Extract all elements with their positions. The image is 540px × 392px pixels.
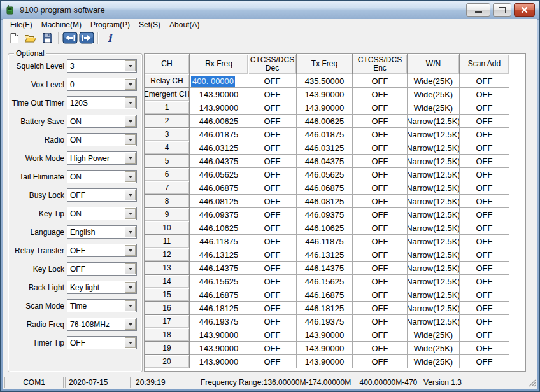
cell-rx[interactable]: 446.16875 [190, 288, 248, 302]
cell-dec[interactable]: OFF [248, 288, 297, 302]
cell-dec[interactable]: OFF [248, 115, 297, 128]
row-header[interactable]: 5 [145, 155, 190, 168]
cell-wn[interactable]: Narrow(12.5K) [408, 181, 460, 195]
column-header-scan[interactable]: Scan Add [460, 54, 509, 74]
cell-rx[interactable]: 446.03125 [190, 141, 248, 155]
read-from-radio-button[interactable] [62, 31, 78, 45]
chevron-down-icon[interactable] [125, 97, 136, 108]
dropdown[interactable]: 0 [67, 78, 137, 91]
chevron-down-icon[interactable] [125, 190, 136, 200]
cell-wn[interactable]: Narrow(12.5K) [408, 208, 460, 221]
dropdown[interactable]: ON [67, 115, 137, 128]
save-button[interactable] [39, 31, 55, 45]
cell-enc[interactable]: OFF [353, 74, 408, 88]
maximize-button[interactable] [493, 3, 511, 17]
cell-tx[interactable]: 446.13125 [297, 248, 353, 262]
row-header[interactable]: 3 [145, 128, 190, 141]
row-header[interactable]: 20 [145, 355, 190, 368]
cell-wn[interactable]: Wide(25K) [408, 342, 460, 355]
cell-scan[interactable]: OFF [460, 195, 509, 208]
cell-tx[interactable]: 446.05625 [297, 168, 353, 181]
cell-wn[interactable]: Narrow(12.5K) [408, 168, 460, 181]
column-header-tx[interactable]: Tx Freq [297, 54, 353, 74]
cell-dec[interactable]: OFF [248, 342, 297, 355]
row-header[interactable]: Emergent CH [145, 88, 190, 101]
cell-dec[interactable]: OFF [248, 128, 297, 141]
cell-tx[interactable]: 446.04375 [297, 155, 353, 168]
cell-tx[interactable]: 446.15625 [297, 275, 353, 288]
row-header[interactable]: 19 [145, 342, 190, 355]
cell-enc[interactable]: OFF [353, 355, 408, 368]
cell-wn[interactable]: Narrow(12.5K) [408, 275, 460, 288]
cell-wn[interactable]: Narrow(12.5K) [408, 288, 460, 302]
cell-rx[interactable]: 446.09375 [190, 208, 248, 221]
dropdown[interactable]: 120S [67, 96, 137, 109]
chevron-down-icon[interactable] [125, 171, 136, 182]
cell-enc[interactable]: OFF [353, 195, 408, 208]
menu-file[interactable]: File(F) [6, 20, 37, 30]
cell-enc[interactable]: OFF [353, 328, 408, 342]
cell-tx[interactable]: 143.90000 [297, 101, 353, 115]
cell-dec[interactable]: OFF [248, 155, 297, 168]
menu-about[interactable]: About(A) [165, 20, 204, 30]
cell-scan[interactable]: OFF [460, 115, 509, 128]
cell-tx[interactable]: 446.19375 [297, 315, 353, 328]
resize-grip-icon[interactable] [528, 379, 536, 387]
cell-enc[interactable]: OFF [353, 302, 408, 315]
cell-rx[interactable]: 143.90000 [190, 101, 248, 115]
cell-scan[interactable]: OFF [460, 88, 509, 101]
row-header[interactable]: 1 [145, 101, 190, 115]
cell-wn[interactable]: Narrow(12.5K) [408, 248, 460, 262]
chevron-down-icon[interactable] [125, 282, 136, 293]
cell-dec[interactable]: OFF [248, 168, 297, 181]
row-header[interactable]: 7 [145, 181, 190, 195]
cell-enc[interactable]: OFF [353, 101, 408, 115]
close-button[interactable] [514, 3, 535, 17]
chevron-down-icon[interactable] [125, 227, 136, 237]
cell-tx[interactable]: 446.03125 [297, 141, 353, 155]
row-header[interactable]: 9 [145, 208, 190, 221]
cell-rx[interactable]: 446.05625 [190, 168, 248, 181]
open-file-button[interactable] [22, 31, 39, 45]
cell-enc[interactable]: OFF [353, 248, 408, 262]
cell-scan[interactable]: OFF [460, 128, 509, 141]
chevron-down-icon[interactable] [125, 153, 136, 164]
row-header[interactable]: 13 [145, 262, 190, 275]
cell-scan[interactable]: OFF [460, 342, 509, 355]
cell-wn[interactable]: Narrow(12.5K) [408, 262, 460, 275]
chevron-down-icon[interactable] [125, 79, 136, 90]
cell-wn[interactable]: Narrow(12.5K) [408, 315, 460, 328]
cell-scan[interactable]: OFF [460, 181, 509, 195]
cell-dec[interactable]: OFF [248, 315, 297, 328]
cell-wn[interactable]: Narrow(12.5K) [408, 235, 460, 248]
cell-tx[interactable]: 446.01875 [297, 128, 353, 141]
dropdown[interactable]: High Power [67, 151, 137, 165]
chevron-down-icon[interactable] [125, 245, 136, 256]
cell-rx[interactable]: 400. 00000 [190, 74, 248, 88]
cell-tx[interactable]: 446.08125 [297, 195, 353, 208]
cell-wn[interactable]: Narrow(12.5K) [408, 115, 460, 128]
cell-rx[interactable]: 446.00625 [190, 115, 248, 128]
cell-enc[interactable]: OFF [353, 181, 408, 195]
cell-dec[interactable]: OFF [248, 101, 297, 115]
row-header[interactable]: 18 [145, 328, 190, 342]
cell-rx[interactable]: 446.18125 [190, 302, 248, 315]
cell-enc[interactable]: OFF [353, 128, 408, 141]
cell-scan[interactable]: OFF [460, 235, 509, 248]
cell-dec[interactable]: OFF [248, 74, 297, 88]
cell-wn[interactable]: Wide(25K) [408, 355, 460, 368]
column-header-ch[interactable]: CH [145, 54, 190, 74]
cell-rx[interactable]: 446.15625 [190, 275, 248, 288]
cell-dec[interactable]: OFF [248, 235, 297, 248]
dropdown[interactable]: ON [67, 170, 137, 183]
cell-dec[interactable]: OFF [248, 141, 297, 155]
cell-rx[interactable]: 446.13125 [190, 248, 248, 262]
cell-tx[interactable]: 143.90000 [297, 355, 353, 368]
cell-dec[interactable]: OFF [248, 275, 297, 288]
cell-scan[interactable]: OFF [460, 262, 509, 275]
dropdown[interactable]: ON [67, 207, 137, 220]
menu-machine[interactable]: Machine(M) [37, 20, 86, 30]
cell-enc[interactable]: OFF [353, 208, 408, 221]
cell-scan[interactable]: OFF [460, 74, 509, 88]
row-header[interactable]: 6 [145, 168, 190, 181]
